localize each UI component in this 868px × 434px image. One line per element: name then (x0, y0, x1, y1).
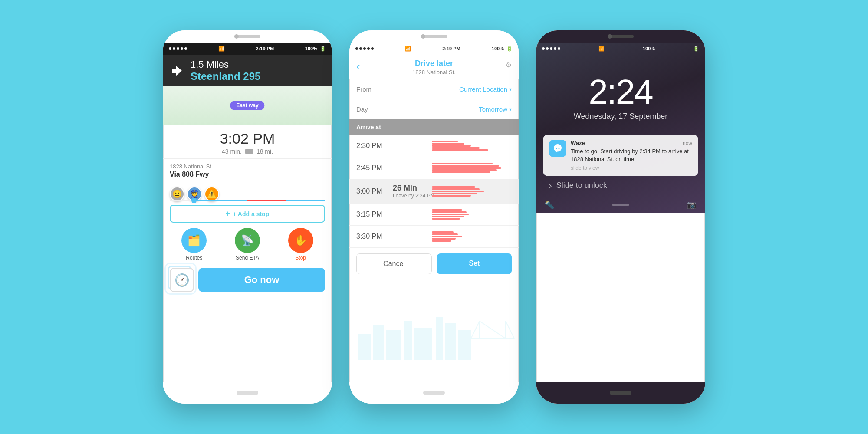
mail-icon (245, 149, 253, 154)
drive-later-button[interactable]: 🕐 (170, 268, 194, 292)
header-title: Drive later (356, 59, 512, 68)
slide-to-unlock[interactable]: › Slide to unlock (536, 181, 705, 197)
incident-3: ⚠️ (204, 187, 219, 201)
battery-1: 100% (305, 46, 317, 51)
screen-3: 📶 100% 🔋 2:24 Wednesday, 17 September (536, 43, 705, 382)
status-time-2: 2:19 PM (442, 46, 460, 51)
svg-point-14 (556, 148, 557, 149)
phone-1: 📶 2:19 PM 100% 🔋 1.5 Miles Steenland 295… (163, 30, 332, 404)
time-label-330: 3:30 PM (349, 226, 393, 247)
battery-2: 100% (492, 46, 504, 51)
nav-info: 1.5 Miles Steenland 295 (191, 59, 260, 82)
go-now-button[interactable]: Go now (198, 268, 325, 292)
stop-button[interactable]: ✋ Stop (276, 228, 325, 261)
notification-card[interactable]: Waze now Time to go! Start driving by 2:… (543, 135, 698, 176)
back-button[interactable]: ‹ (356, 60, 360, 73)
day-value[interactable]: Tomorrow ▾ (382, 105, 512, 113)
day-row[interactable]: Day Tomorrow ▾ (349, 99, 519, 119)
time-row-300[interactable]: 3:00 PM 26 Min Leave by 2:34 PM (349, 179, 519, 204)
send-eta-button[interactable]: 📡 Send ETA (223, 228, 272, 261)
svg-rect-3 (404, 321, 412, 360)
status-time-1: 2:19 PM (256, 46, 274, 51)
lock-divider (545, 130, 697, 130)
signal-2 (355, 47, 374, 50)
home-button-1[interactable] (237, 391, 258, 395)
action-buttons: 🗂️ Routes 📡 Send ETA ✋ Stop (163, 224, 332, 264)
nav-map: East way (163, 86, 332, 125)
svg-line-13 (506, 321, 514, 339)
traffic-bars-230 (432, 135, 519, 157)
notif-time: now (683, 140, 692, 146)
lock-status-battery: 100% (643, 46, 655, 51)
home-indicator-3 (612, 204, 629, 206)
phone-2: 📶 2:19 PM 100% 🔋 ‹ Drive later 1828 Nati… (349, 30, 519, 404)
front-camera (234, 34, 239, 39)
time-row-330[interactable]: 3:30 PM (349, 226, 519, 248)
screen-1: 📶 2:19 PM 100% 🔋 1.5 Miles Steenland 295… (163, 43, 332, 382)
status-wifi-icon: 📶 (218, 46, 225, 52)
nav-progress: 😐 👮 ⚠️ (163, 183, 332, 203)
status-bar-3: 📶 100% 🔋 (536, 43, 705, 55)
svg-rect-7 (458, 330, 471, 360)
signal-dots (169, 47, 187, 50)
send-eta-icon: 📡 (235, 228, 260, 253)
wifi-icon-3: 📶 (598, 46, 605, 52)
slide-text: Slide to unlock (556, 181, 607, 190)
nav-header: 1.5 Miles Steenland 295 (163, 55, 332, 86)
lock-screen: 📶 100% 🔋 2:24 Wednesday, 17 September (536, 43, 705, 213)
lock-date: Wednesday, 17 September (536, 112, 705, 121)
screen-2: 📶 2:19 PM 100% 🔋 ‹ Drive later 1828 Nati… (349, 43, 519, 382)
home-button-2[interactable] (423, 391, 445, 395)
svg-rect-6 (445, 323, 456, 360)
time-row-245[interactable]: 2:45 PM (349, 157, 519, 179)
routes-button[interactable]: 🗂️ Routes (170, 228, 219, 261)
time-table: Arrive at 2:30 PM 2:45 PM (349, 119, 519, 248)
routes-label: Routes (186, 255, 202, 261)
signal-3 (542, 47, 560, 50)
cancel-button[interactable]: Cancel (356, 253, 432, 274)
set-button[interactable]: Set (437, 253, 512, 274)
turn-arrow-icon (169, 62, 186, 79)
scene-illustration (349, 308, 519, 360)
incident-1: 😐 (170, 187, 184, 201)
add-stop-button[interactable]: + + Add a stop (170, 205, 325, 223)
notification-header: Waze now (571, 140, 692, 146)
front-camera-3 (608, 34, 612, 39)
time-label-300: 3:00 PM (349, 181, 393, 202)
home-button-3[interactable] (610, 391, 631, 395)
time-table-header: Arrive at (349, 119, 519, 135)
eta-section: 3:02 PM 43 min. 18 mi. (163, 125, 332, 159)
nav-distance: 1.5 Miles (191, 59, 260, 70)
progress-bar (170, 200, 325, 201)
front-camera-2 (421, 34, 425, 39)
from-row[interactable]: From Current Location ▾ (349, 79, 519, 99)
svg-rect-2 (386, 330, 401, 360)
time-row-230[interactable]: 2:30 PM (349, 135, 519, 157)
camera-lock-icon[interactable]: 📷 (687, 200, 697, 210)
svg-line-12 (480, 321, 506, 339)
from-value[interactable]: Current Location ▾ (382, 85, 512, 93)
drive-later-actions: Cancel Set (349, 248, 519, 279)
svg-line-11 (471, 321, 480, 339)
lock-time-section: 2:24 Wednesday, 17 September (536, 55, 705, 130)
notification-slide-view: slide to view (571, 165, 692, 171)
status-bar-2: 📶 2:19 PM 100% 🔋 (349, 43, 519, 55)
from-label: From (356, 85, 382, 93)
add-stop-label: + Add a stop (233, 210, 269, 217)
drive-later-header: ‹ Drive later 1828 National St. ⚙ (349, 55, 519, 79)
eta-duration: 43 min. (222, 148, 242, 155)
notif-app-name: Waze (571, 140, 585, 146)
progress-dot (191, 198, 197, 203)
time-row-315[interactable]: 3:15 PM (349, 204, 519, 226)
drive-later-clock-icon: 🕐 (174, 273, 190, 287)
phone-3: 📶 100% 🔋 2:24 Wednesday, 17 September (536, 30, 705, 404)
time-label-315: 3:15 PM (349, 204, 393, 225)
status-bar-1: 📶 2:19 PM 100% 🔋 (163, 43, 332, 55)
go-now-section: 🕐 Go now (163, 264, 332, 296)
routes-icon: 🗂️ (181, 228, 207, 253)
settings-button[interactable]: ⚙ (506, 61, 512, 69)
header-subtitle: 1828 National St. (356, 69, 512, 76)
nav-street: Steenland 295 (191, 70, 260, 82)
flashlight-icon[interactable]: 🔦 (545, 200, 554, 210)
stop-icon: ✋ (288, 228, 313, 253)
